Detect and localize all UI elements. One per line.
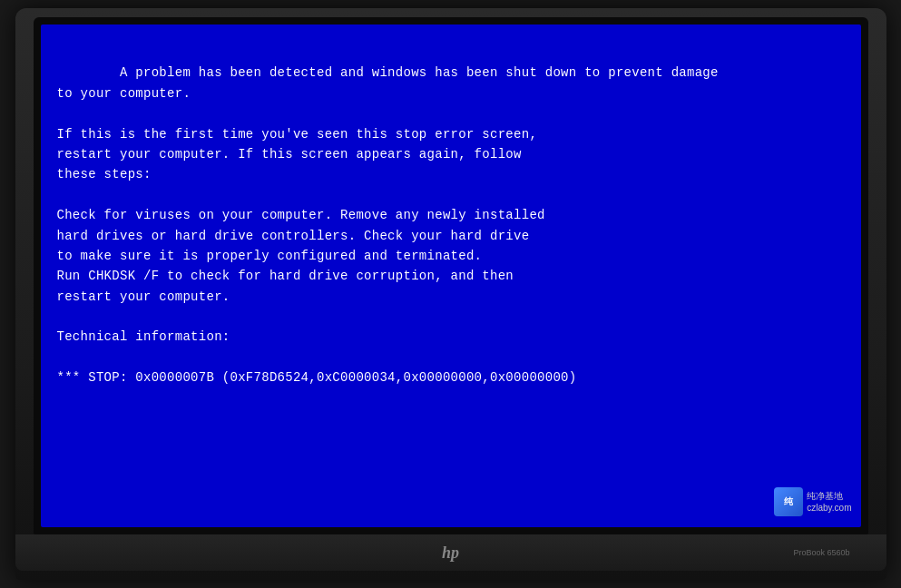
laptop-outer: A problem has been detected and windows … <box>15 8 886 580</box>
bsod-line1: A problem has been detected and windows … <box>120 65 719 80</box>
watermark-site: czlaby.com <box>807 502 851 514</box>
bsod-line9: hard drives or hard drive controllers. C… <box>57 229 530 243</box>
hp-logo: hp <box>442 544 459 563</box>
watermark-icon: 纯 <box>774 487 803 516</box>
model-label: ProBook 6560b <box>793 548 849 557</box>
screen-bezel: A problem has been detected and windows … <box>34 17 868 534</box>
watermark: 纯 纯净基地 czlaby.com <box>774 487 851 516</box>
bsod-line5: restart your computer. If this screen ap… <box>57 147 522 162</box>
bsod-line6: these steps: <box>57 167 152 181</box>
bsod-screen: A problem has been detected and windows … <box>41 24 861 527</box>
bsod-line12: restart your computer. <box>57 289 230 304</box>
bsod-line4: If this is the first time you've seen th… <box>57 127 538 142</box>
hp-logo-text: hp <box>442 544 459 562</box>
watermark-label: 纯净基地 <box>807 490 851 502</box>
watermark-text-block: 纯净基地 czlaby.com <box>807 490 851 514</box>
bsod-line10: to make sure it is properly configured a… <box>57 249 483 263</box>
bsod-line16: *** STOP: 0x0000007B (0xF78D6524,0xC0000… <box>57 370 577 385</box>
laptop-bottom-bar: hp ProBook 6560b <box>15 534 886 571</box>
bsod-line2: to your computer. <box>57 86 191 101</box>
bsod-line8: Check for viruses on your computer. Remo… <box>57 208 545 222</box>
bsod-line14: Technical information: <box>57 329 230 344</box>
bsod-line11: Run CHKDSK /F to check for hard drive co… <box>57 269 514 283</box>
bsod-content: A problem has been detected and windows … <box>57 43 845 408</box>
watermark-icon-text: 纯 <box>784 495 793 508</box>
